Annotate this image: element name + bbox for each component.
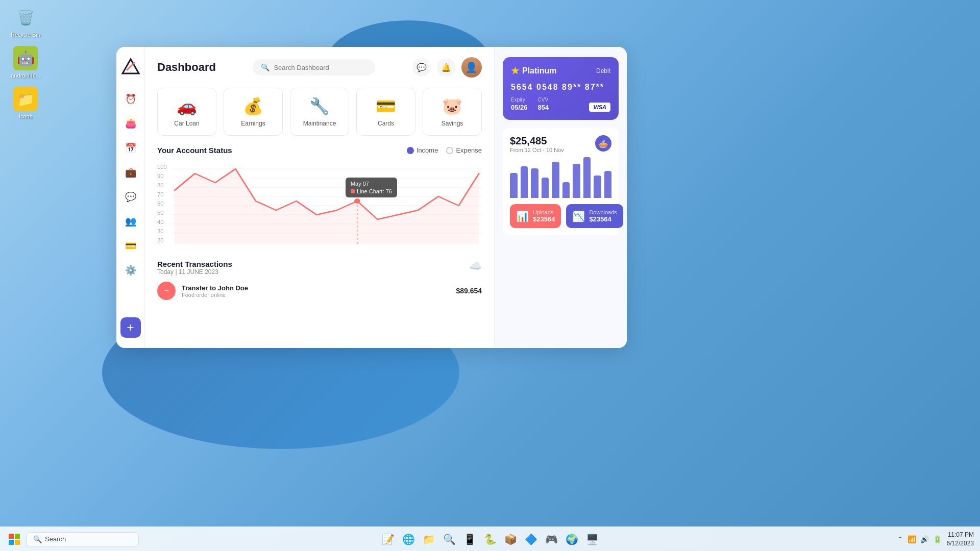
start-button[interactable] [6, 531, 22, 547]
sidebar-item-users[interactable]: 👥 [120, 211, 141, 232]
svg-text:100: 100 [157, 164, 167, 170]
account-status-header: Your Account Status Income Expense [157, 146, 482, 155]
transactions-date: Today | 11 JUNE 2023 [157, 268, 232, 276]
svg-text:40: 40 [157, 219, 164, 225]
car-loan-card[interactable]: 🚗 Car Loan [157, 88, 216, 136]
income-option[interactable]: Income [407, 146, 438, 154]
taskbar-app-search[interactable]: 🔍 [441, 531, 457, 547]
sidebar-item-calendar[interactable]: 📅 [120, 138, 141, 158]
icons-folder-icon[interactable]: 📁 Icons [5, 87, 46, 119]
page-title: Dashboard [157, 61, 216, 74]
taskbar: 🔍 Search 📝 🌐 📁 🔍 📱 🐍 📦 🔷 🎮 🌍 🖥️ ⌃ 📶 🔊 🔋 … [0, 527, 980, 551]
dashboard-window: ⏰ 👛 📅 💼 💬 👥 💳 ⚙️ + Dashboard 🔍 💬 🔔 👤 [116, 47, 627, 348]
earnings-card[interactable]: 💰 Earnings [224, 88, 283, 136]
svg-text:50: 50 [157, 210, 164, 216]
bar-chart-bar [604, 171, 612, 198]
sidebar-item-chat[interactable]: 💬 [120, 187, 141, 207]
transaction-name: Transfer to John Doe [182, 284, 450, 292]
sidebar-item-wallet[interactable]: 👛 [120, 113, 141, 134]
downloads-icon: 📉 [572, 210, 585, 222]
recycle-bin-icon[interactable]: 🗑️ Recycle Bin [5, 5, 46, 38]
app-logo[interactable] [120, 57, 141, 80]
transaction-info: Transfer to John Doe Food order online [182, 284, 450, 298]
taskbar-app-edge[interactable]: 🌍 [564, 531, 580, 547]
downloads-info: Downloads $23564 [589, 209, 617, 223]
taskbar-app-package[interactable]: 📦 [502, 531, 519, 547]
taskbar-app-monitor[interactable]: 🖥️ [584, 531, 600, 547]
card-brand: ★ Platinum [511, 65, 557, 77]
svg-text:30: 30 [157, 229, 164, 234]
user-avatar[interactable]: 👤 [461, 57, 482, 78]
battery-icon[interactable]: 🔋 [933, 535, 942, 543]
cards-icon: 💳 [376, 96, 396, 116]
wifi-icon[interactable]: 📶 [908, 535, 916, 543]
stats-period: From 12 Oct - 10 Nov [510, 147, 564, 153]
transactions-header: Recent Transactions Today | 11 JUNE 2023… [157, 260, 482, 276]
card-number: 5654 0548 89** 87** [511, 83, 610, 92]
sidebar-item-briefcase[interactable]: 💼 [120, 162, 141, 183]
taskbar-app-explorer[interactable]: 📁 [421, 531, 437, 547]
savings-card[interactable]: 🐷 Savings [423, 88, 482, 136]
expense-option[interactable]: Expense [446, 146, 482, 154]
uploads-icon: 📊 [516, 210, 529, 222]
sidebar-item-clock[interactable]: ⏰ [120, 89, 141, 109]
downloads-card: 📉 Downloads $23564 [566, 204, 623, 228]
card-cvv-field: CVV 854 [538, 97, 549, 112]
download-transactions-button[interactable]: ☁️ [469, 260, 482, 272]
sidebar-item-card[interactable]: 💳 [120, 236, 141, 256]
taskbar-app-phone[interactable]: 📱 [461, 531, 478, 547]
clock-time: 11:07 PM [947, 531, 974, 539]
earnings-label: Earnings [241, 120, 265, 127]
card-header: ★ Platinum Debit [511, 65, 610, 77]
quick-actions: 🚗 Car Loan 💰 Earnings 🔧 Maintinance 💳 Ca… [157, 88, 482, 136]
svg-rect-23 [15, 534, 20, 539]
transactions-title: Recent Transactions [157, 260, 232, 268]
downloads-amount: $23564 [589, 215, 617, 223]
cards-card[interactable]: 💳 Cards [356, 88, 415, 136]
stats-amount: $25,485 [510, 135, 564, 147]
taskbar-app-browser[interactable]: 🌐 [400, 531, 416, 547]
sidebar: ⏰ 👛 📅 💼 💬 👥 💳 ⚙️ + [116, 47, 145, 348]
stats-card: $25,485 From 12 Oct - 10 Nov 🥧 📊 Uploads… [503, 128, 619, 235]
sidebar-item-settings[interactable]: ⚙️ [120, 260, 141, 281]
downloads-label: Downloads [589, 209, 617, 215]
account-status-title: Your Account Status [157, 146, 232, 155]
transaction-amount: $89.654 [456, 287, 482, 295]
svg-text:90: 90 [157, 173, 164, 179]
income-expense-toggle: Income Expense [407, 146, 482, 154]
maintenance-card[interactable]: 🔧 Maintinance [290, 88, 349, 136]
card-type: Debit [596, 67, 610, 74]
bar-chart [510, 157, 611, 198]
svg-text:20: 20 [157, 238, 164, 243]
income-radio[interactable] [407, 147, 414, 154]
cards-label: Cards [378, 120, 394, 127]
bar-chart-bar [521, 166, 528, 198]
car-loan-icon: 🚗 [177, 96, 197, 116]
header-actions: 💬 🔔 👤 [412, 57, 482, 78]
svg-rect-24 [9, 540, 14, 545]
add-button[interactable]: + [120, 317, 141, 338]
taskbar-app-notes[interactable]: 📝 [380, 531, 396, 547]
search-bar[interactable]: 🔍 [253, 59, 375, 76]
expense-radio[interactable] [446, 147, 453, 154]
android-icon[interactable]: 🤖 android Ic... [5, 46, 46, 79]
taskbar-app-code[interactable]: 🔷 [523, 531, 539, 547]
messages-button[interactable]: 💬 [412, 58, 431, 77]
volume-icon[interactable]: 🔊 [920, 535, 929, 543]
transaction-item: − Transfer to John Doe Food order online… [157, 282, 482, 300]
system-tray-icons: ⌃ 📶 🔊 🔋 [897, 535, 942, 543]
pie-chart-icon: 🥧 [595, 135, 611, 152]
maintenance-icon: 🔧 [309, 96, 330, 116]
system-clock[interactable]: 11:07 PM 6/12/2023 [947, 531, 974, 548]
star-icon: ★ [511, 65, 519, 77]
card-footer: Expiry 05/26 CVV 854 VISA [511, 97, 610, 112]
taskbar-app-game[interactable]: 🎮 [543, 531, 559, 547]
svg-marker-19 [175, 169, 479, 244]
search-input[interactable] [274, 64, 367, 71]
bar-chart-bar [510, 173, 518, 198]
notifications-button[interactable]: 🔔 [437, 58, 455, 77]
taskbar-app-python[interactable]: 🐍 [482, 531, 498, 547]
card-expiry-field: Expiry 05/26 [511, 97, 528, 112]
chevron-up-icon[interactable]: ⌃ [897, 535, 903, 543]
taskbar-search[interactable]: 🔍 Search [27, 532, 139, 546]
